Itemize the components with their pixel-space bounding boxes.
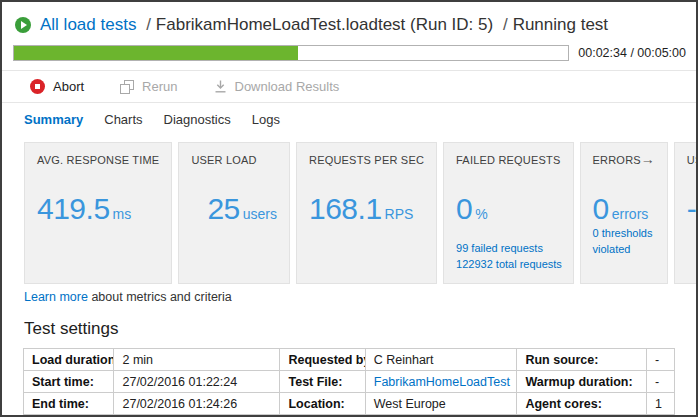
- toolbar: Abort Rerun Download Results: [2, 71, 696, 102]
- learn-more-line: Learn more about metrics and criteria: [24, 290, 696, 304]
- breadcrumb-separator: /: [146, 15, 151, 34]
- setting-label: Run source:: [517, 349, 647, 371]
- setting-value: 27/02/2016 01:24:26: [114, 393, 280, 415]
- failed-requests-link[interactable]: 99 failed requests: [456, 241, 562, 256]
- setting-label: Agent cores:: [517, 393, 647, 415]
- card-errors: ERRORS → 0errors 0 thresholds violated: [580, 142, 668, 284]
- tab-logs[interactable]: Logs: [252, 112, 280, 127]
- breadcrumb-all-load-tests-link[interactable]: All load tests: [40, 15, 136, 34]
- learn-more-text: about metrics and criteria: [88, 290, 232, 304]
- card-failed-requests: FAILED REQUESTS 0% 99 failed requests 12…: [443, 142, 573, 284]
- download-icon: [214, 80, 227, 93]
- progress-fill: [14, 46, 298, 60]
- card-title: ERRORS: [593, 154, 641, 166]
- table-row: Load duration: 2 min Requested by: C Rei…: [24, 349, 675, 371]
- stop-icon: [30, 79, 45, 94]
- progress-time-label: 00:02:34 / 00:05:00: [578, 46, 686, 60]
- breadcrumb-separator: /: [503, 15, 508, 34]
- total-requests-link[interactable]: 122932 total requests: [456, 257, 562, 272]
- setting-label: Warmup duration:: [517, 371, 647, 393]
- breadcrumb-run-status: Running test: [513, 15, 608, 34]
- rerun-icon: [120, 80, 134, 94]
- setting-value: C Reinhart: [365, 349, 517, 371]
- metric-value: 0%: [456, 192, 560, 226]
- card-requests-per-sec: REQUESTS PER SEC 168.1RPS: [296, 142, 437, 284]
- setting-value: FabrikamHomeLoadTest: [365, 371, 517, 393]
- rerun-button[interactable]: Rerun: [120, 79, 177, 94]
- card-usage: USAGE --VUMs: [674, 142, 698, 284]
- metric-value: 168.1RPS: [309, 192, 424, 226]
- setting-label: Start time:: [24, 371, 114, 393]
- setting-label: Test File:: [280, 371, 365, 393]
- tab-bar: Summary Charts Diagnostics Logs: [2, 103, 696, 138]
- card-user-load: USER LOAD 25users: [178, 142, 290, 284]
- tab-charts[interactable]: Charts: [104, 112, 142, 127]
- progress-bar: [13, 45, 569, 61]
- setting-value: West Europe: [365, 393, 517, 415]
- card-avg-response-time: AVG. RESPONSE TIME 419.5ms: [24, 142, 172, 284]
- card-title: FAILED REQUESTS: [456, 154, 560, 166]
- setting-label: Location:: [280, 393, 365, 415]
- setting-value: -: [646, 349, 674, 371]
- abort-label: Abort: [53, 79, 84, 94]
- rerun-label: Rerun: [142, 79, 177, 94]
- card-title: USER LOAD: [191, 154, 256, 166]
- running-play-icon: [15, 17, 31, 33]
- card-title: REQUESTS PER SEC: [309, 154, 424, 166]
- tab-summary[interactable]: Summary: [24, 112, 83, 127]
- load-test-results-page: All load tests /FabrikamHomeLoadTest.loa…: [0, 0, 698, 417]
- metric-value: 25users: [207, 192, 277, 226]
- table-row: End time: 27/02/2016 01:24:26 Location: …: [24, 393, 675, 415]
- table-row: Start time: 27/02/2016 01:22:24 Test Fil…: [24, 371, 675, 393]
- test-settings-heading: Test settings: [24, 319, 696, 339]
- learn-more-link[interactable]: Learn more: [24, 290, 88, 304]
- metric-value: --VUMs: [687, 192, 698, 226]
- metric-cards: AVG. RESPONSE TIME 419.5ms USER LOAD 25u…: [24, 142, 688, 284]
- setting-label: Load duration:: [24, 349, 114, 371]
- test-progress-row: 00:02:34 / 00:05:00: [2, 44, 696, 61]
- setting-value: -: [646, 371, 674, 393]
- card-title: USAGE: [687, 154, 698, 166]
- tab-diagnostics[interactable]: Diagnostics: [164, 112, 231, 127]
- metric-value: 419.5ms: [37, 192, 159, 226]
- breadcrumb-test-name: FabrikamHomeLoadTest.loadtest (Run ID: 5…: [156, 15, 493, 34]
- breadcrumb: All load tests /FabrikamHomeLoadTest.loa…: [2, 2, 696, 44]
- setting-value: 27/02/2016 01:22:24: [114, 371, 280, 393]
- card-title: AVG. RESPONSE TIME: [37, 154, 159, 166]
- setting-value: 2 min: [114, 349, 280, 371]
- setting-label: End time:: [24, 393, 114, 415]
- errors-arrow-icon[interactable]: →: [641, 154, 655, 165]
- download-results-button[interactable]: Download Results: [214, 79, 340, 94]
- card-links: 0 thresholds violated: [593, 226, 667, 257]
- setting-value: 1: [646, 393, 674, 415]
- abort-button[interactable]: Abort: [30, 79, 84, 94]
- test-file-link[interactable]: FabrikamHomeLoadTest: [374, 375, 510, 389]
- download-results-label: Download Results: [235, 79, 340, 94]
- setting-label: Requested by:: [280, 349, 365, 371]
- card-links: 99 failed requests 122932 total requests: [456, 241, 562, 272]
- metric-value: 0errors: [593, 192, 655, 226]
- thresholds-violated-link[interactable]: 0 thresholds violated: [593, 226, 667, 257]
- test-settings-table: Load duration: 2 min Requested by: C Rei…: [23, 348, 675, 415]
